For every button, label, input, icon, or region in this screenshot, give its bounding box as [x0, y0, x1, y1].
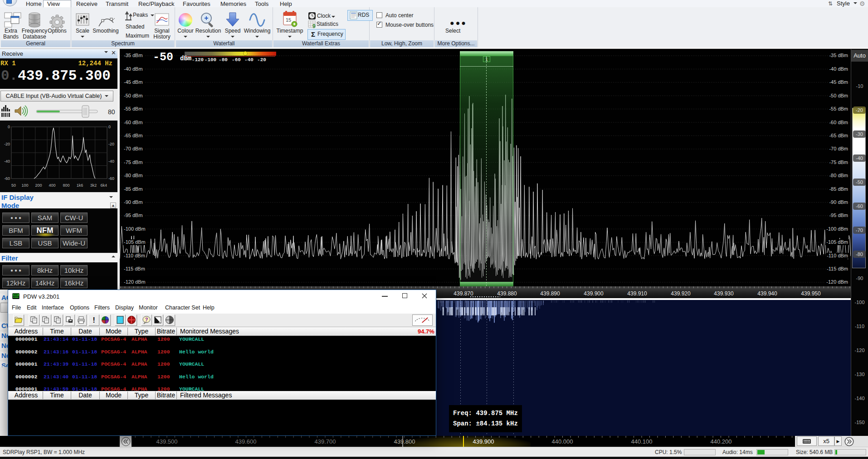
svg-text:100: 100 — [21, 183, 28, 188]
svg-text:6k4: 6k4 — [100, 183, 107, 188]
svg-text:-40: -40 — [4, 159, 10, 164]
svg-text:-60: -60 — [108, 176, 114, 181]
svg-text:80: 80 — [108, 108, 115, 116]
svg-text:800: 800 — [63, 183, 69, 188]
svg-text:9: 9 — [312, 23, 316, 29]
svg-text:-20: -20 — [108, 142, 114, 146]
svg-text:0: 0 — [108, 125, 111, 129]
svg-text:0: 0 — [8, 125, 10, 129]
svg-text:!: ! — [93, 316, 95, 324]
svg-text:?: ? — [145, 317, 148, 322]
svg-text:400: 400 — [49, 183, 55, 188]
svg-text:15: 15 — [286, 17, 291, 23]
svg-text:-60: -60 — [4, 176, 10, 181]
svg-text:3k2: 3k2 — [90, 183, 97, 188]
svg-text:200: 200 — [35, 183, 42, 188]
svg-text:-20: -20 — [4, 142, 10, 146]
svg-text:-40: -40 — [108, 159, 114, 164]
svg-text:50: 50 — [11, 183, 16, 188]
svg-text:1k6: 1k6 — [77, 183, 83, 188]
